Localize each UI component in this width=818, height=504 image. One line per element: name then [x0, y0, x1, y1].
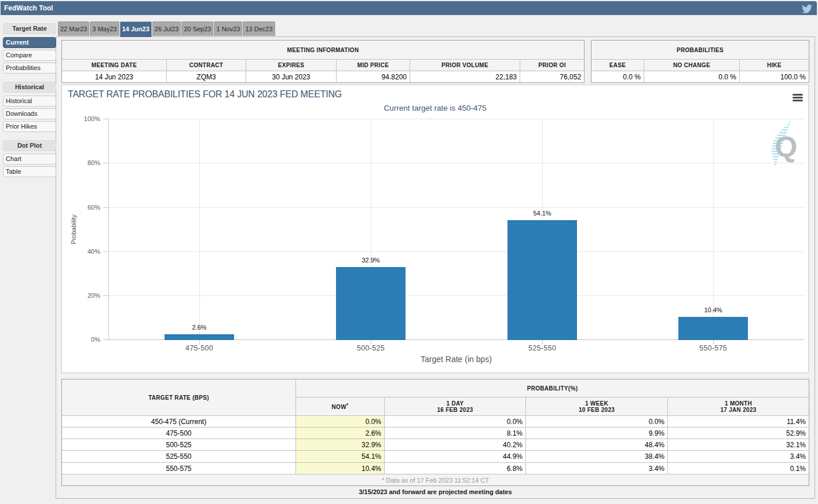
svg-text:Q: Q [775, 131, 798, 163]
